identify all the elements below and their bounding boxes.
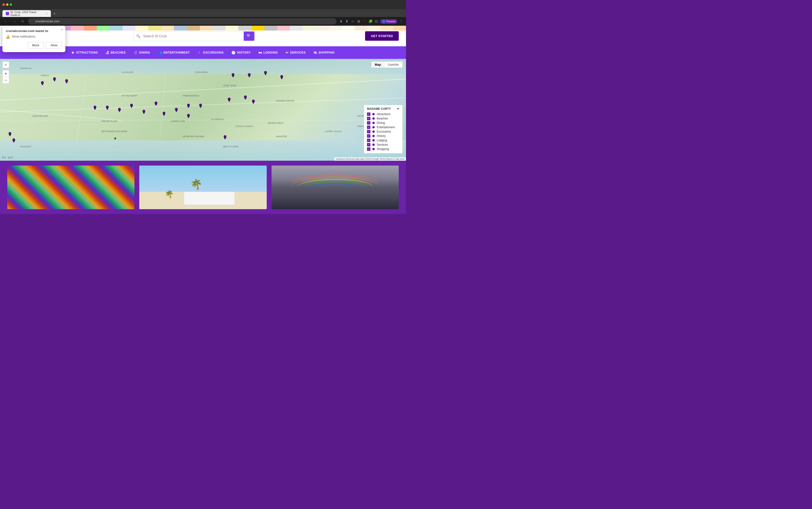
nav-services[interactable]: ✂ SERVICES: [282, 46, 309, 59]
forward-btn[interactable]: →: [11, 19, 17, 24]
card-house[interactable]: 🌴: [139, 166, 266, 209]
legend-item-excursions: ✓ Excursions: [367, 129, 400, 134]
notif-buttons: Block Allow: [6, 42, 62, 49]
pin-d8[interactable]: [175, 108, 178, 114]
pin-1[interactable]: [41, 81, 44, 87]
legend-check-excursions[interactable]: ✓: [367, 130, 370, 133]
pin-fred[interactable]: [8, 132, 12, 138]
stripe-26: [341, 26, 355, 31]
nav-lodging[interactable]: 🛏 LODGING: [255, 46, 282, 59]
svg-point-8: [13, 139, 14, 140]
bottom-section: 🌴: [0, 161, 406, 214]
pin-chris2[interactable]: [244, 96, 247, 101]
menu-btn[interactable]: ⋮: [399, 19, 404, 24]
pin-airport[interactable]: ✈: [114, 136, 117, 141]
legend-check-history[interactable]: ✓: [367, 134, 370, 138]
globe-icon: 🌐: [382, 20, 385, 23]
refresh-btn[interactable]: ↻: [20, 19, 26, 24]
pin-5[interactable]: [248, 73, 251, 79]
legend-check-attractions[interactable]: ✓: [367, 112, 370, 116]
paused-btn[interactable]: 🌐 Paused: [380, 19, 397, 24]
ext1-btn[interactable]: ⊞: [357, 19, 361, 24]
map-type-toggle: Map Satellite: [371, 61, 403, 68]
pin-d3[interactable]: [118, 108, 121, 114]
svg-point-23: [224, 136, 226, 137]
pin-chris1[interactable]: [227, 98, 231, 103]
nav-dining[interactable]: 🍴 DINING: [130, 46, 154, 59]
pin-d9[interactable]: [187, 114, 190, 120]
minimize-window-btn[interactable]: [6, 3, 8, 6]
legend-header[interactable]: MADAME CARTY ▼: [367, 107, 400, 110]
nav-history[interactable]: 🕐 HISTORY: [227, 46, 255, 59]
pin-d2[interactable]: [106, 106, 109, 111]
legend-check-entertainment[interactable]: ✓: [367, 126, 370, 129]
notif-permission: 🔔 Show notifications: [6, 35, 62, 38]
stripe-6: [84, 26, 97, 31]
share-btn[interactable]: ⬆: [345, 19, 349, 24]
pin-3[interactable]: [65, 79, 68, 85]
block-btn[interactable]: Block: [28, 42, 44, 49]
search-input[interactable]: [140, 34, 244, 38]
pin-shop1[interactable]: [187, 104, 190, 109]
legend-check-services[interactable]: ✓: [367, 143, 370, 146]
nav-attractions[interactable]: ★ ATTRACTIONS: [67, 46, 102, 59]
active-tab[interactable]: St. Croix, USVI Travel Guide & ×: [2, 10, 51, 17]
maximize-window-btn[interactable]: [10, 3, 12, 6]
card-fabric[interactable]: [7, 166, 135, 209]
nav-beaches[interactable]: 🏖 BEACHES: [102, 46, 130, 59]
pin-chris3[interactable]: [252, 100, 255, 105]
bookmark-btn[interactable]: ☆: [350, 19, 355, 24]
new-tab-btn[interactable]: +: [51, 10, 58, 17]
pin-6[interactable]: [264, 71, 267, 77]
svg-point-14: [155, 102, 157, 104]
notif-close-btn[interactable]: ×: [61, 28, 63, 32]
legend-check-shopping[interactable]: ✓: [367, 147, 370, 151]
pin-d7[interactable]: [162, 112, 166, 117]
stripe-9: [122, 26, 136, 31]
address-input[interactable]: [28, 18, 336, 25]
map-container: NICHOLAS ANNALY LA VALLEE CONCORDIA SAIN…: [0, 59, 406, 161]
map-btn[interactable]: Map: [371, 62, 384, 68]
map-bg[interactable]: NICHOLAS ANNALY LA VALLEE CONCORDIA SAIN…: [0, 59, 406, 161]
address-bar: ← → ↻ 🔒 ⬇ ⬆ ☆ ⊞ 🛡 🧩 ⊡ 🌐 Paused ⋮: [0, 17, 406, 26]
place-annaly: ANNALY: [41, 74, 49, 77]
ext3-btn[interactable]: 🧩: [368, 19, 373, 24]
nav-shopping[interactable]: 🛍 SHOPPING: [309, 46, 339, 59]
search-submit-btn[interactable]: 🔍: [244, 31, 254, 41]
tab-close-btn[interactable]: ×: [46, 12, 47, 15]
close-window-btn[interactable]: [2, 3, 5, 6]
legend-check-beaches[interactable]: ✓: [367, 117, 370, 120]
pin-hist1[interactable]: [223, 135, 227, 141]
legend-label-services: Services: [377, 143, 388, 146]
pin-shop2[interactable]: [199, 104, 202, 109]
pin-d1[interactable]: [93, 106, 97, 111]
zoom-out-btn[interactable]: −: [2, 77, 9, 83]
stripe-27: [355, 26, 367, 31]
legend-check-lodging[interactable]: ✓: [367, 139, 370, 142]
pin-d4[interactable]: [130, 104, 133, 109]
pin-4[interactable]: [231, 73, 235, 79]
allow-btn[interactable]: Allow: [46, 42, 62, 49]
pin-d5[interactable]: [142, 110, 146, 115]
card-rainbow[interactable]: [271, 166, 399, 209]
ext4-btn[interactable]: ⊡: [374, 19, 379, 24]
nav-entertainment[interactable]: 👥 ENTERTAINMENT: [154, 46, 194, 59]
zoom-in-btn[interactable]: +: [2, 70, 9, 77]
back-btn[interactable]: ←: [2, 19, 9, 24]
pin-fred2[interactable]: [12, 138, 15, 144]
shopping-icon: 🛍: [313, 50, 317, 55]
pin-7[interactable]: [280, 75, 284, 81]
nav-excursions[interactable]: 🚶 EXCURSIONS: [193, 46, 227, 59]
place-saintjohn: SAINT JOHN: [223, 84, 236, 87]
map-expand-btn[interactable]: ⤢: [2, 61, 9, 68]
downloads-btn[interactable]: ⬇: [339, 19, 343, 24]
legend-check-dining[interactable]: ✓: [367, 121, 370, 125]
pin-d6[interactable]: [154, 102, 158, 107]
place-groveplace: GROVE PLACE: [102, 120, 117, 123]
card-fabric-img: [7, 166, 135, 209]
get-started-btn[interactable]: GET STARTED: [365, 31, 399, 41]
satellite-btn[interactable]: Satellite: [384, 62, 402, 68]
pin-2[interactable]: [53, 77, 56, 83]
place-mtpleasant: MT. PLEASANT: [122, 95, 137, 97]
ext2-btn[interactable]: 🛡: [362, 19, 367, 24]
